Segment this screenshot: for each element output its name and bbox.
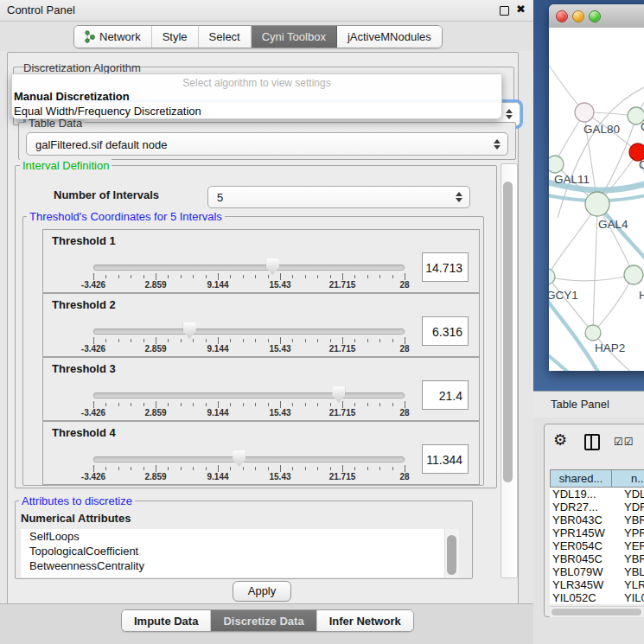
bottom-tab-strip: Impute Data Discretize Data Infer Networ… [0,603,533,644]
tab-select[interactable]: Select [199,26,252,48]
gear-icon[interactable]: ⚙ [553,432,567,448]
node-label-c: C [639,158,644,171]
threshold-4-panel: Threshold 4 -3.4262.8599.14415.4321.7152… [42,421,480,485]
node-gal4[interactable] [585,192,609,216]
node-label-gal80: GAL80 [583,123,620,136]
threshold-2-panel: Threshold 2 -3.4262.8599.14415.4321.7152… [42,293,480,357]
node-table: shared... n... YDL19...YDL1YDR27...YDR2Y… [550,469,644,604]
tab-group: Network Style Select Cyni Toolbox jActiv… [73,25,443,48]
tab-jactivemnodules[interactable]: jActiveMNodules [337,26,442,48]
column-header-shared[interactable]: shared... [551,470,612,487]
tab-style[interactable]: Style [152,26,199,48]
dropdown-option-manual[interactable]: Manual Discretization [12,89,501,104]
table-row[interactable]: YPR145WYPR1 [550,526,644,539]
slider-track[interactable] [93,328,405,335]
threshold-4-label: Threshold 4 [52,426,116,439]
node-hap2[interactable] [585,325,601,341]
threshold-3-slider[interactable]: -3.4262.8599.14415.4321.71528 [93,391,405,418]
interval-definition-label: Interval Definition [20,159,112,172]
tab-impute-data[interactable]: Impute Data [122,610,211,631]
attribute-list-item[interactable]: SelfLoops [21,529,444,544]
threshold-2-value[interactable]: 6.316 [422,316,469,346]
settings-scrollbar-thumb[interactable] [503,182,513,482]
table-cell: YBL079W [550,565,614,578]
table-cell: YLR345W [550,578,614,591]
tab-infer-network[interactable]: Infer Network [317,610,413,631]
node-label-ga: GA [641,120,644,133]
slider-track[interactable] [93,456,405,462]
table-cell: YBR0 [614,513,644,526]
dropdown-option-equal-width[interactable]: Equal Width/Frequency Discretization [12,104,501,118]
table-row[interactable]: YDR27...YDR2 [550,501,644,513]
slider-track[interactable] [93,392,405,399]
table-row[interactable]: YBR045CYBR0 [550,552,644,565]
network-view-window[interactable]: GAL80 GA C GAL11 GAL4 GCY1 H HAP2 [549,4,644,371]
threshold-1-value[interactable]: 14.713 [422,252,469,282]
table-cell: YPR145W [550,526,614,539]
slider-ticks [93,273,405,280]
slider-ticks [93,401,405,408]
node-gcy1[interactable] [549,269,555,284]
panel-title: Control Panel [7,3,75,16]
number-of-intervals-combobox[interactable]: 5 [207,186,470,208]
numerical-attributes-label: Numerical Attributes [21,512,131,525]
apply-button[interactable]: Apply [233,581,291,602]
threshold-4-value[interactable]: 11.344 [422,444,469,474]
attribute-list-item[interactable]: BetweennessCentrality [21,558,444,573]
column-header-name[interactable]: n... [612,470,644,487]
table-hscrollbar-thumb[interactable] [552,609,641,615]
table-panel-titlebar[interactable]: Table Panel [533,391,644,418]
table-cell: YBR043C [550,513,614,526]
table-panel-body: ⚙ ☑☑ shared... n... YDL19...YDL1YDR27...… [533,418,644,644]
threshold-4-slider[interactable]: -3.4262.8599.14415.4321.71528 [93,455,405,482]
tab-impute-data-label: Impute Data [134,615,198,628]
table-row[interactable]: YBR043CYBR0 [550,513,644,526]
cyni-content-panel: Discretization Algorithm Select algorith… [7,52,519,605]
attributes-scrollbar-thumb[interactable] [447,535,456,575]
table-cell: YDL1 [614,488,644,501]
tab-discretize-data-label: Discretize Data [223,615,303,628]
threshold-3-value[interactable]: 21.4 [422,380,469,410]
table-row[interactable]: YBL079WYBL0 [550,565,644,578]
tab-cyni-toolbox[interactable]: Cyni Toolbox [252,26,337,48]
network-window-titlebar[interactable] [549,4,644,29]
tab-jactivemnodules-label: jActiveMNodules [348,30,431,43]
attributes-scrollbar[interactable] [444,529,459,577]
slider-tick-labels: -3.4262.8599.14415.4321.71528 [93,408,405,418]
node-gal80[interactable] [575,103,594,122]
table-data-combobox[interactable]: galFiltered.sif default node [26,132,508,156]
control-panel-titlebar[interactable]: Control Panel ✖ [0,0,533,22]
table-cell: YIL0 [614,591,644,604]
node-h[interactable] [624,265,643,284]
node-gal11[interactable] [549,156,564,173]
minimize-traffic-light-icon[interactable] [572,10,584,22]
table-row[interactable]: YLR345WYLR3 [550,578,644,591]
numerical-attributes-list[interactable]: SelfLoopsTopologicalCoefficientBetweenne… [21,529,444,577]
zoom-traffic-light-icon[interactable] [589,10,601,22]
column-layout-icon[interactable] [584,434,600,450]
select-columns-icons[interactable]: ☑☑ [614,436,634,448]
slider-track[interactable] [93,265,405,271]
close-traffic-light-icon[interactable] [556,10,568,22]
close-icon[interactable]: ✖ [516,3,526,16]
settings-scrollbar[interactable] [501,163,518,578]
attribute-list-item[interactable]: TopologicalCoefficient [21,544,444,558]
table-panel-inner: ⚙ ☑☑ shared... n... YDL19...YDL1YDR27...… [544,424,644,617]
tab-discretize-data[interactable]: Discretize Data [211,610,316,631]
table-cell: YER054C [550,539,614,552]
tab-network[interactable]: Network [74,26,152,48]
threshold-1-slider[interactable]: -3.4262.8599.14415.4321.71528 [93,263,405,290]
table-row[interactable]: YER054CYER0 [550,539,644,552]
threshold-1-panel: Threshold 1 -3.4262.8599.14415.4321.7152… [42,229,480,293]
table-row[interactable]: YIL052CYIL0 [550,591,644,604]
table-hscrollbar[interactable] [550,606,644,617]
float-window-icon[interactable] [500,6,509,16]
network-graph: GAL80 GA C GAL11 GAL4 GCY1 H HAP2 [549,28,644,371]
network-canvas[interactable]: GAL80 GA C GAL11 GAL4 GCY1 H HAP2 [549,28,644,371]
tab-select-label: Select [209,30,240,43]
slider-tick-labels: -3.4262.8599.14415.4321.71528 [93,344,405,354]
attributes-group: Attributes to discretize Numerical Attri… [15,501,473,579]
threshold-2-label: Threshold 2 [52,298,116,311]
table-row[interactable]: YDL19...YDL1 [550,488,644,501]
threshold-2-slider[interactable]: -3.4262.8599.14415.4321.71528 [93,327,405,354]
